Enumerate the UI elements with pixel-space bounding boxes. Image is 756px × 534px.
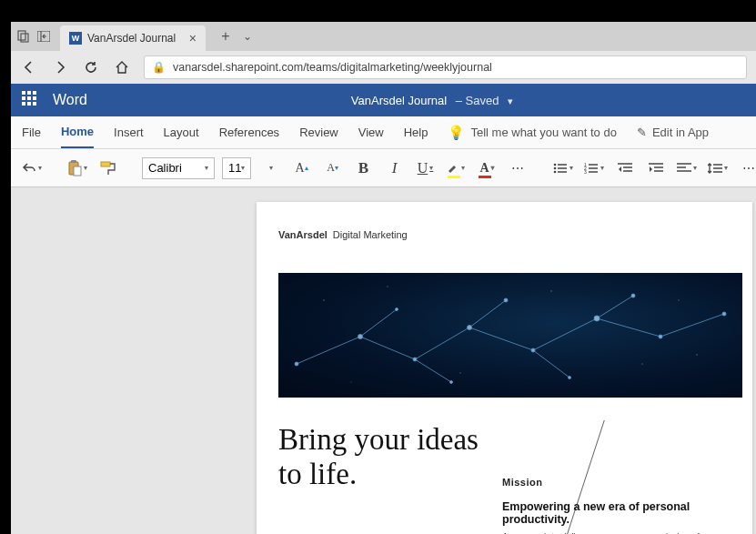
word-title-bar: Word VanArsdel Journal – Saved ▾ — [11, 84, 756, 116]
lightbulb-icon: 💡 — [448, 125, 465, 141]
shrink-font-button[interactable]: A▾ — [320, 156, 344, 181]
home-button[interactable] — [113, 58, 131, 76]
svg-line-41 — [597, 296, 633, 318]
refresh-button[interactable] — [82, 58, 100, 76]
svg-point-57 — [323, 299, 325, 301]
svg-point-46 — [413, 358, 417, 361]
svg-point-51 — [722, 312, 726, 316]
svg-rect-7 — [101, 162, 110, 166]
tab-home[interactable]: Home — [61, 116, 94, 148]
svg-line-43 — [533, 350, 570, 378]
chevron-down-icon: ▾ — [508, 96, 513, 106]
tab-overflow-icon[interactable]: ⌄ — [237, 30, 258, 43]
highlight-button[interactable]: ▾ — [444, 156, 468, 181]
svg-point-63 — [350, 381, 351, 382]
tab-layout[interactable]: Layout — [164, 116, 199, 148]
tab-references[interactable]: References — [219, 116, 279, 148]
forward-button[interactable] — [51, 58, 69, 76]
tell-me-search[interactable]: 💡 Tell me what you want to do — [448, 125, 616, 141]
svg-point-62 — [696, 354, 698, 356]
undo-button[interactable]: ▾ — [20, 156, 44, 181]
document-title[interactable]: VanArsdel Journal – Saved ▾ — [351, 94, 513, 107]
font-color-button[interactable]: A▾ — [475, 156, 499, 181]
align-button[interactable]: ▾ — [675, 156, 699, 181]
app-launcher-icon[interactable] — [22, 91, 40, 109]
svg-point-58 — [387, 286, 388, 287]
svg-rect-6 — [74, 166, 81, 176]
document-canvas[interactable]: VanArsdel Digital Marketing — [11, 187, 756, 534]
svg-line-38 — [660, 314, 724, 337]
svg-point-61 — [641, 363, 642, 364]
bullets-button[interactable]: ▾ — [551, 156, 575, 181]
grow-font-button[interactable]: A▴ — [289, 156, 313, 181]
hero-image — [278, 273, 742, 398]
svg-point-60 — [550, 290, 552, 292]
svg-point-47 — [468, 326, 472, 330]
url-text: vanarsdel.sharepoint.com/teams/digitalma… — [173, 61, 492, 74]
line-spacing-button[interactable]: ▾ — [706, 156, 730, 181]
svg-point-45 — [358, 335, 363, 339]
chevron-down-icon: ▾ — [205, 164, 208, 172]
pencil-icon: ✎ — [637, 126, 647, 139]
font-more-button[interactable]: ⋯ — [506, 156, 529, 181]
tab-help[interactable]: Help — [404, 116, 428, 148]
svg-point-48 — [531, 348, 535, 352]
tab-review[interactable]: Review — [299, 116, 338, 148]
svg-point-8 — [554, 163, 557, 166]
svg-point-44 — [295, 362, 298, 366]
document-page[interactable]: VanArsdel Digital Marketing — [257, 202, 752, 534]
svg-point-12 — [554, 170, 557, 173]
chevron-down-icon: ▾ — [241, 164, 245, 172]
svg-line-40 — [469, 300, 506, 327]
svg-line-35 — [469, 327, 533, 350]
decrease-indent-button[interactable] — [613, 156, 637, 181]
font-size-more[interactable]: ▾ — [258, 156, 282, 181]
svg-point-59 — [459, 372, 460, 373]
edit-in-app-button[interactable]: ✎ Edit in App — [637, 126, 709, 139]
svg-line-39 — [360, 309, 397, 337]
tab-file[interactable]: File — [22, 116, 41, 148]
tab-actions-icon[interactable] — [15, 27, 33, 45]
set-aside-tabs-icon[interactable] — [35, 27, 53, 45]
svg-line-37 — [597, 318, 660, 337]
svg-text:3: 3 — [584, 169, 587, 175]
paragraph-more-button[interactable]: ⋯ — [737, 156, 756, 181]
browser-tab-strip: W VanArsdel Journal × + ⌄ — [11, 22, 756, 51]
svg-point-52 — [396, 308, 398, 311]
italic-button[interactable]: I — [382, 156, 406, 181]
svg-point-53 — [504, 298, 508, 302]
tab-title: VanArsdel Journal — [87, 32, 176, 45]
font-size-select[interactable]: 11 ▾ — [222, 157, 251, 179]
ribbon-toolbar: ▾ ▾ Calibri ▾ 11 ▾ ▾ A▴ A▾ B I U▾ ▾ — [11, 149, 756, 187]
font-family-select[interactable]: Calibri ▾ — [142, 157, 215, 179]
back-button[interactable] — [20, 58, 38, 76]
svg-line-36 — [533, 318, 597, 350]
svg-line-32 — [297, 337, 360, 364]
close-tab-icon[interactable]: × — [189, 31, 197, 45]
svg-line-33 — [360, 337, 415, 359]
headline-text[interactable]: Bring your ideas to life. — [278, 423, 488, 492]
format-painter-button[interactable] — [96, 156, 120, 181]
svg-point-50 — [659, 335, 662, 338]
bold-button[interactable]: B — [351, 156, 375, 181]
paste-button[interactable]: ▾ — [66, 156, 89, 181]
svg-point-49 — [594, 316, 600, 321]
numbering-button[interactable]: 123▾ — [582, 156, 606, 181]
svg-point-10 — [554, 166, 557, 169]
tab-insert[interactable]: Insert — [114, 116, 144, 148]
document-header: VanArsdel Digital Marketing — [257, 229, 752, 240]
tab-view[interactable]: View — [358, 116, 384, 148]
new-tab-button[interactable]: + — [215, 28, 237, 45]
increase-indent-button[interactable] — [644, 156, 668, 181]
url-input[interactable]: 🔒 vanarsdel.sharepoint.com/teams/digital… — [144, 55, 747, 79]
mission-column[interactable]: Mission Empowering a new era of personal… — [502, 477, 739, 534]
underline-button[interactable]: U▾ — [413, 156, 437, 181]
svg-line-34 — [415, 327, 469, 359]
browser-address-bar: 🔒 vanarsdel.sharepoint.com/teams/digital… — [11, 51, 756, 84]
svg-rect-1 — [21, 34, 28, 42]
svg-rect-0 — [18, 31, 25, 40]
app-name: Word — [53, 92, 87, 108]
svg-rect-5 — [71, 160, 76, 163]
browser-tab[interactable]: W VanArsdel Journal × — [60, 25, 206, 51]
ribbon-tabs: File Home Insert Layout References Revie… — [11, 116, 756, 149]
